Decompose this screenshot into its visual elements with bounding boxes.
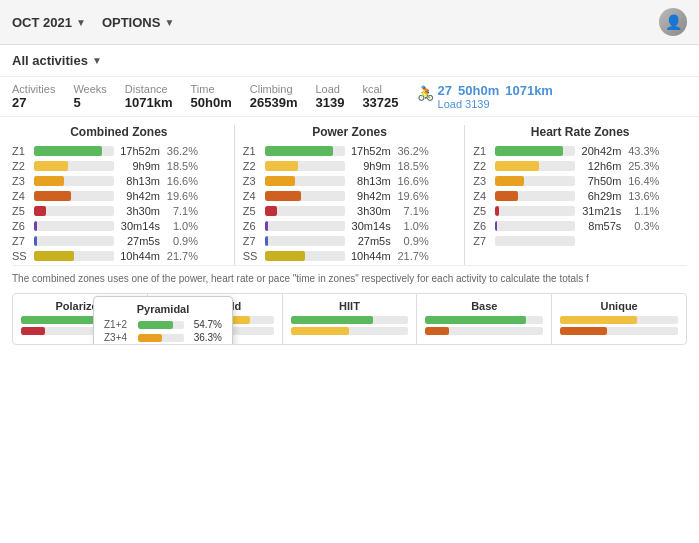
pyr-pct: 36.3% xyxy=(190,332,222,343)
power-zones-title: Power Zones xyxy=(243,125,457,139)
pyr-bar-container xyxy=(138,334,184,342)
zone-label: Z3 xyxy=(473,175,491,187)
avatar[interactable]: 👤 xyxy=(659,8,687,36)
zone-label: Z4 xyxy=(243,190,261,202)
zone-bar-container xyxy=(495,146,575,156)
bike-count: 27 xyxy=(438,83,452,98)
zone-time: 10h44m xyxy=(118,250,160,262)
zone-bar-container xyxy=(34,161,114,171)
zone-pct: 36.2% xyxy=(164,145,198,157)
zone-pct: 25.3% xyxy=(625,160,659,172)
training-bar-row xyxy=(560,327,678,335)
zone-pct: 43.3% xyxy=(625,145,659,157)
zone-pct: 21.7% xyxy=(395,250,429,262)
zone-bar-container xyxy=(265,236,345,246)
load-label: Load xyxy=(315,83,339,95)
zone-bar-container xyxy=(34,251,114,261)
combined-zone-rows: Z1 17h52m 36.2% Z2 9h9m 18.5% Z3 8h13m 1… xyxy=(12,145,226,262)
zone-pct: 13.6% xyxy=(625,190,659,202)
zone-bar-container xyxy=(265,206,345,216)
zone-label: Z7 xyxy=(243,235,261,247)
hr-zone-rows: Z1 20h42m 43.3% Z2 12h6m 25.3% Z3 7h50m … xyxy=(473,145,687,247)
zone-label: Z5 xyxy=(473,205,491,217)
zone-pct: 18.5% xyxy=(164,160,198,172)
zone-pct: 16.6% xyxy=(164,175,198,187)
t-bar-container xyxy=(425,316,543,324)
stat-time: Time 50h0m xyxy=(191,83,232,110)
zone-row: Z7 27m5s 0.9% xyxy=(243,235,457,247)
zone-pct: 16.4% xyxy=(625,175,659,187)
zone-time: 27m5s xyxy=(349,235,391,247)
zone-bar-container xyxy=(495,206,575,216)
zone-bar-container xyxy=(265,161,345,171)
zone-row: Z6 30m14s 1.0% xyxy=(12,220,226,232)
zone-bar-container xyxy=(34,176,114,186)
zone-pct: 0.9% xyxy=(164,235,198,247)
zone-time: 27m5s xyxy=(118,235,160,247)
zone-bar-container xyxy=(265,251,345,261)
pyramidal-row: Z3+4 36.3% xyxy=(104,332,222,343)
zone-bar-container xyxy=(34,236,114,246)
zone-bar xyxy=(495,206,498,216)
climbing-label: Climbing xyxy=(250,83,293,95)
zone-bar-container xyxy=(495,236,575,246)
zone-row: Z5 3h30m 7.1% xyxy=(243,205,457,217)
bike-time: 50h0m xyxy=(458,83,499,98)
zone-time: 3h30m xyxy=(118,205,160,217)
zone-label: Z2 xyxy=(12,160,30,172)
options-selector[interactable]: OPTIONS ▼ xyxy=(102,15,174,30)
zone-bar xyxy=(34,221,37,231)
zone-bar xyxy=(265,236,268,246)
zone-bar-container xyxy=(34,206,114,216)
stat-distance: Distance 1071km xyxy=(125,83,173,110)
zone-bar xyxy=(265,206,277,216)
zone-bar xyxy=(34,176,64,186)
zone-pct: 19.6% xyxy=(164,190,198,202)
zones-container: Combined Zones Z1 17h52m 36.2% Z2 9h9m 1… xyxy=(12,125,687,265)
zone-pct: 1.0% xyxy=(164,220,198,232)
hr-zones: Heart Rate Zones Z1 20h42m 43.3% Z2 12h6… xyxy=(473,125,687,265)
stat-load: Load 3139 xyxy=(315,83,344,110)
zone-label: Z6 xyxy=(473,220,491,232)
stat-kcal: kcal 33725 xyxy=(362,83,398,110)
bike-km: 1071km xyxy=(505,83,553,98)
bike-values: 27 50h0m 1071km xyxy=(438,83,553,98)
activities-label: Activities xyxy=(12,83,55,95)
zone-time: 17h52m xyxy=(118,145,160,157)
stat-activities: Activities 27 xyxy=(12,83,55,110)
zone-bar-container xyxy=(265,146,345,156)
combined-zones-title: Combined Zones xyxy=(12,125,226,139)
kcal-value: 33725 xyxy=(362,95,398,110)
date-selector[interactable]: OCT 2021 ▼ xyxy=(12,15,86,30)
hiit-title: HIIT xyxy=(291,300,409,312)
zone-label: Z6 xyxy=(12,220,30,232)
unique-bars xyxy=(560,316,678,335)
bike-icon: 🚴 xyxy=(417,85,434,101)
zone-row: Z2 9h9m 18.5% xyxy=(243,160,457,172)
zone-row: Z7 27m5s 0.9% xyxy=(12,235,226,247)
stat-bike: 🚴 27 50h0m 1071km Load 3139 xyxy=(417,83,553,110)
zone-row: Z3 8h13m 16.6% xyxy=(243,175,457,187)
zone-bar xyxy=(34,206,46,216)
pyr-bar-container xyxy=(138,321,184,329)
zone-row: Z6 30m14s 1.0% xyxy=(243,220,457,232)
zone-row: Z1 17h52m 36.2% xyxy=(12,145,226,157)
zone-label: Z1 xyxy=(473,145,491,157)
zone-row: Z4 9h42m 19.6% xyxy=(12,190,226,202)
training-bar-row xyxy=(425,327,543,335)
zone-bar-container xyxy=(495,221,575,231)
t-bar xyxy=(425,327,449,335)
zone-label: Z1 xyxy=(243,145,261,157)
pyr-pct: 54.7% xyxy=(190,319,222,330)
all-activities-selector[interactable]: All activities ▼ xyxy=(12,53,102,68)
zone-bar xyxy=(34,191,71,201)
zone-bar xyxy=(265,251,305,261)
time-label: Time xyxy=(191,83,215,95)
pyramidal-row: Z1+2 54.7% xyxy=(104,319,222,330)
zone-bar-container xyxy=(34,221,114,231)
zone-pct: 21.7% xyxy=(164,250,198,262)
options-chevron: ▼ xyxy=(164,17,174,28)
zone-bar-container xyxy=(34,191,114,201)
zone-row: Z3 8h13m 16.6% xyxy=(12,175,226,187)
zone-time: 12h6m xyxy=(579,160,621,172)
